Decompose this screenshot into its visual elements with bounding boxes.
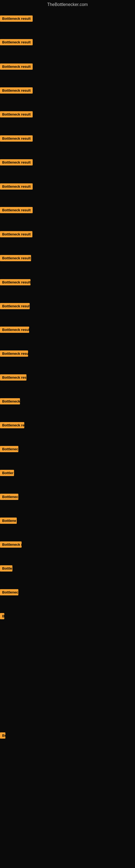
bottleneck-badge: Bottleneck result — [0, 183, 33, 190]
bottleneck-badge: Bottlenec — [0, 494, 18, 500]
bottleneck-badge: Bottleneck res — [0, 422, 24, 428]
bottleneck-badge: Bottleneck — [0, 398, 20, 404]
bottleneck-result-item[interactable]: Bottlene — [0, 518, 17, 525]
bottleneck-result-item[interactable]: B — [0, 613, 4, 620]
bottleneck-badge: Bottleneck result — [0, 207, 33, 213]
bottleneck-badge: Bottlene — [0, 518, 17, 524]
bottleneck-result-item[interactable]: Bottleneck res — [0, 422, 24, 429]
bottleneck-result-item[interactable]: Bottlenec — [0, 589, 18, 596]
bottleneck-result-item[interactable]: Bottleneck result — [0, 63, 33, 71]
bottleneck-result-item[interactable]: Bo — [0, 733, 5, 740]
bottleneck-badge: Bottleneck result — [0, 279, 31, 285]
bottleneck-badge: Bottleneck result — [0, 135, 33, 142]
bottleneck-result-item[interactable]: Bottleneck result — [0, 135, 33, 143]
bottleneck-badge: Bottleneck result — [0, 231, 32, 237]
bottleneck-result-item[interactable]: Bottleneck result — [0, 279, 31, 286]
bottleneck-badge: Bottleneck result — [0, 39, 33, 45]
bottleneck-badge: Bottlenec — [0, 589, 18, 595]
bottleneck-badge: Bottleneck r — [0, 541, 21, 548]
bottleneck-result-item[interactable]: Bottleneck — [0, 398, 20, 405]
bottleneck-badge: B — [0, 613, 4, 619]
site-title: TheBottlenecker.com — [0, 0, 135, 8]
bottleneck-result-item[interactable]: Bottle — [0, 565, 12, 572]
bottleneck-badge: Bottleneck result — [0, 63, 33, 70]
bottleneck-badge: Bottle — [0, 565, 12, 571]
bottleneck-result-item[interactable]: Bottler — [0, 470, 14, 477]
bottleneck-badge: Bottleneck result — [0, 303, 30, 309]
bottleneck-result-item[interactable]: Bottleneck result — [0, 350, 28, 358]
bottleneck-result-item[interactable]: Bottleneck r — [0, 541, 21, 549]
bottleneck-badge: Bottleneck result — [0, 350, 28, 357]
bottleneck-result-item[interactable]: Bottlenec — [0, 494, 18, 501]
bottleneck-badge: Bottleneck result — [0, 327, 29, 333]
bottleneck-result-item[interactable]: Bottleneck result — [0, 327, 29, 334]
bottleneck-badge: Bottleneck result — [0, 87, 33, 94]
bottleneck-result-item[interactable]: Bottleneck result — [0, 159, 33, 166]
bottleneck-result-item[interactable]: Bottlenec — [0, 446, 18, 453]
bottleneck-result-item[interactable]: Bottleneck result — [0, 255, 31, 262]
bottleneck-badge: Bottler — [0, 470, 14, 476]
bottleneck-result-item[interactable]: Bottleneck result — [0, 231, 32, 239]
bottleneck-result-item[interactable]: Bottleneck result — [0, 207, 33, 214]
bottleneck-result-item[interactable]: Bottleneck result — [0, 303, 30, 310]
bottleneck-badge: Bottleneck result — [0, 16, 33, 22]
bottleneck-result-item[interactable]: Bottleneck result — [0, 16, 33, 23]
bottleneck-result-item[interactable]: Bottleneck result — [0, 183, 33, 191]
bottleneck-result-item[interactable]: Bottleneck result — [0, 39, 33, 46]
bottleneck-result-item[interactable]: Bottleneck result — [0, 87, 33, 95]
bottleneck-badge: Bottlenec — [0, 446, 18, 452]
bottleneck-badge: Bottleneck resu — [0, 374, 27, 380]
bottleneck-result-item[interactable]: Bottleneck result — [0, 111, 33, 119]
bottleneck-badge: Bottleneck result — [0, 255, 31, 261]
bottleneck-badge: Bo — [0, 733, 5, 739]
bottleneck-badge: Bottleneck result — [0, 159, 33, 165]
bottleneck-result-item[interactable]: Bottleneck resu — [0, 374, 27, 382]
bottleneck-badge: Bottleneck result — [0, 111, 33, 118]
